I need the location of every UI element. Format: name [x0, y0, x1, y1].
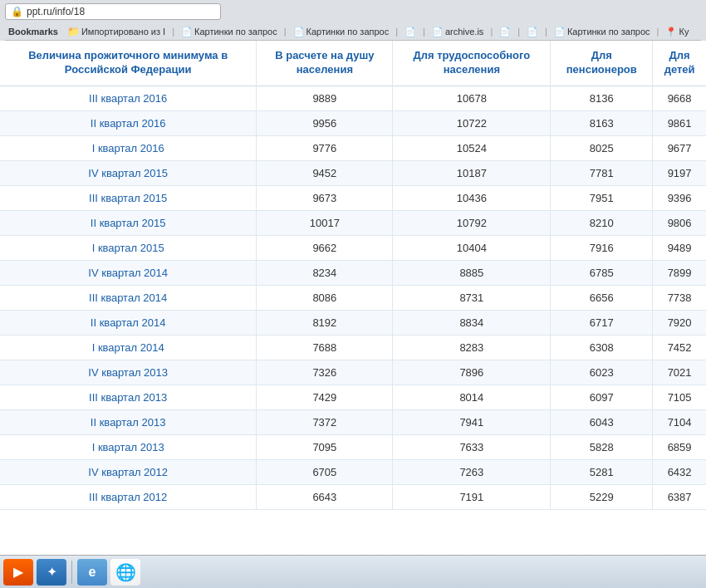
table-cell-value: 7941: [393, 409, 551, 434]
table-header-row: Величина прожиточного минимума вРоссийск…: [0, 41, 706, 86]
table-cell-period: III квартал 2015: [0, 185, 257, 210]
table-cell-value: 9673: [257, 185, 393, 210]
chrome-icon: 🌐: [115, 562, 136, 580]
table-cell-value: 6705: [257, 459, 393, 484]
table-row: I квартал 201697761052480259677: [0, 135, 706, 160]
map-pin-icon: 📍: [665, 27, 677, 37]
table-cell-value: 7920: [653, 310, 706, 335]
table-cell-value: 10678: [393, 86, 551, 110]
table-cell-value: 9677: [653, 135, 706, 160]
table-cell-value: 10524: [393, 135, 551, 160]
page-icon-3: 📄: [404, 27, 416, 37]
taskbar-ie-button[interactable]: e: [77, 559, 107, 580]
table-cell-value: 10722: [393, 110, 551, 135]
address-bar[interactable]: 🔒 ppt.ru/info/18: [5, 3, 221, 20]
table-cell-value: 7095: [257, 434, 393, 459]
page-icon-4: 📄: [432, 27, 444, 37]
table-cell-value: 9662: [257, 235, 393, 260]
table-cell-value: 9197: [653, 160, 706, 185]
bookmark-images3-label: Картинки по запрос: [567, 27, 650, 37]
table-row: IV квартал 20148234888567857899: [0, 260, 706, 285]
table-cell-value: 6432: [653, 459, 706, 484]
table-cell-value: 8014: [393, 385, 551, 409]
table-row: III квартал 20126643719152296387: [0, 484, 706, 509]
bookmark-images3[interactable]: 📄 Картинки по запрос: [552, 26, 653, 38]
table-cell-value: 6785: [551, 260, 653, 285]
table-cell-value: 6043: [551, 409, 653, 434]
bookmark-empty3[interactable]: 📄: [524, 26, 541, 38]
table-cell-value: 7916: [551, 235, 653, 260]
table-cell-value: 9396: [653, 185, 706, 210]
ie-icon: e: [89, 565, 96, 580]
table-cell-value: 10187: [393, 160, 551, 185]
table-cell-period: I квартал 2015: [0, 235, 257, 260]
table-cell-period: IV квартал 2013: [0, 360, 257, 385]
table-cell-value: 6717: [551, 310, 653, 335]
table-cell-value: 9956: [257, 110, 393, 135]
table-cell-value: 7191: [393, 484, 551, 509]
col-header-region: Величина прожиточного минимума вРоссийск…: [0, 41, 257, 86]
table-cell-value: 9452: [257, 160, 393, 185]
table-cell-period: II квартал 2016: [0, 110, 257, 135]
taskbar-app-button[interactable]: ✦: [37, 559, 66, 580]
table-cell-value: 10792: [393, 210, 551, 235]
table-cell-value: 6656: [551, 285, 653, 310]
col-header-per-capita: В расчете на душунаселения: [257, 41, 393, 86]
bookmarks-label: Bookmarks: [8, 27, 58, 37]
table-cell-value: 7688: [257, 335, 393, 360]
page-icon-6: 📄: [527, 27, 538, 37]
bookmark-archive-label: archive.is: [445, 27, 483, 37]
address-text: ppt.ru/info/18: [27, 6, 85, 17]
page-icon-7: 📄: [554, 27, 566, 37]
table-cell-value: 8283: [393, 335, 551, 360]
table-cell-value: 7896: [393, 360, 551, 385]
bookmarks-bar: Bookmarks 📁 Импортировано из I | 📄 Карти…: [5, 23, 701, 41]
taskbar-media-button[interactable]: ▶: [3, 559, 33, 580]
table-cell-value: 5281: [551, 459, 653, 484]
table-row: II квартал 2015100171079282109806: [0, 210, 706, 235]
table-cell-value: 7738: [653, 285, 706, 310]
bookmark-empty1[interactable]: 📄: [402, 26, 419, 38]
bookmark-empty2[interactable]: 📄: [497, 26, 513, 38]
taskbar: ▶ ✦ e 🌐: [0, 555, 706, 579]
bookmark-images2[interactable]: 📄 Картинки по запрос: [291, 26, 392, 38]
table-cell-period: IV квартал 2014: [0, 260, 257, 285]
table-cell-period: III квартал 2013: [0, 385, 257, 409]
table-cell-period: I квартал 2016: [0, 135, 257, 160]
table-cell-value: 7326: [257, 360, 393, 385]
table-cell-value: 7021: [653, 360, 706, 385]
table-cell-value: 9889: [257, 86, 393, 110]
table-row: III квартал 20148086873166567738: [0, 285, 706, 310]
table-cell-value: 7633: [393, 434, 551, 459]
table-cell-value: 8885: [393, 260, 551, 285]
browser-chrome: 🔒 ppt.ru/info/18 Bookmarks 📁 Импортирова…: [0, 0, 706, 41]
bookmark-ku-label: Ку: [679, 27, 689, 37]
app-icon: ✦: [47, 564, 57, 579]
table-cell-value: 7372: [257, 409, 393, 434]
table-cell-value: 8210: [551, 210, 653, 235]
bookmark-archive[interactable]: 📄 archive.is: [429, 26, 486, 38]
table-cell-value: 8731: [393, 285, 551, 310]
bookmark-images1-label: Картинки по запрос: [194, 27, 277, 37]
table-cell-value: 8025: [551, 135, 653, 160]
table-cell-value: 10436: [393, 185, 551, 210]
table-cell-period: I квартал 2013: [0, 434, 257, 459]
table-row: II квартал 20148192883467177920: [0, 310, 706, 335]
table-cell-value: 5229: [551, 484, 653, 509]
table-cell-value: 7452: [653, 335, 706, 360]
col-header-working: Для трудоспособногонаселения: [393, 41, 551, 86]
table-row: IV квартал 201594521018777819197: [0, 160, 706, 185]
taskbar-chrome-button[interactable]: 🌐: [110, 559, 140, 580]
table-cell-value: 8192: [257, 310, 393, 335]
media-icon: ▶: [13, 564, 23, 579]
table-cell-value: 8234: [257, 260, 393, 285]
table-cell-value: 9806: [653, 210, 706, 235]
bookmark-images1[interactable]: 📄 Картинки по запрос: [179, 26, 280, 38]
table-cell-period: III квартал 2012: [0, 484, 257, 509]
table-row: III квартал 20137429801460977105: [0, 385, 706, 409]
table-cell-value: 10404: [393, 235, 551, 260]
table-cell-period: II квартал 2013: [0, 409, 257, 434]
bookmark-ku[interactable]: 📍 Ку: [663, 26, 691, 38]
table-row: IV квартал 20126705726352816432: [0, 459, 706, 484]
bookmark-imported[interactable]: 📁 Импортировано из I: [65, 25, 168, 38]
